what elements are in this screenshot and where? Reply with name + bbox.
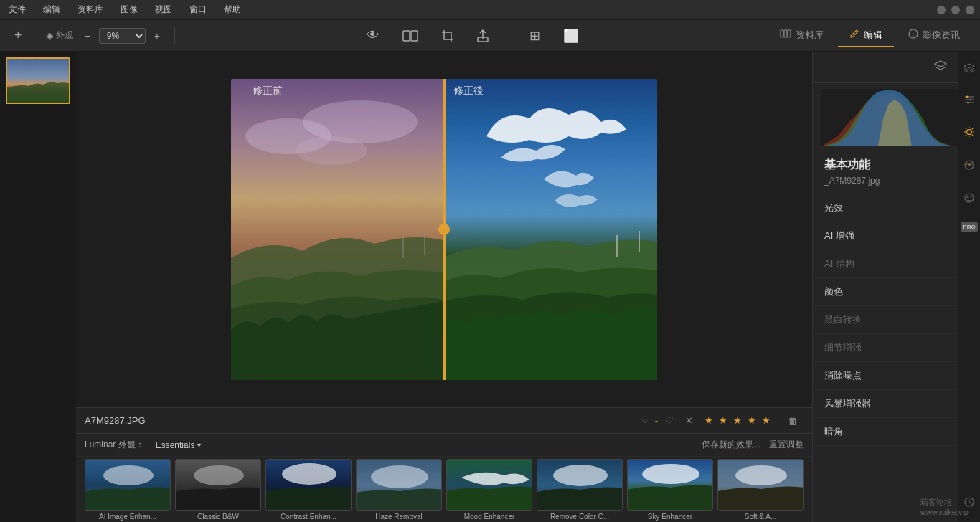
divider-1 — [37, 27, 37, 44]
brightness-icon-btn[interactable] — [961, 123, 978, 143]
panel-item-landscape[interactable]: 风景增强器 › — [813, 390, 980, 418]
preset-remove-color[interactable]: Remove Color C... — [537, 459, 623, 521]
cross-btn[interactable]: ✕ — [685, 415, 693, 426]
preset-label-haze: Haze Removal — [375, 513, 423, 521]
preset-thumb-soft — [717, 459, 804, 511]
tab-info[interactable]: i 影像资讯 — [897, 24, 971, 47]
crop-btn[interactable] — [435, 27, 460, 45]
tab-edit[interactable]: 编辑 — [838, 24, 894, 47]
share-btn[interactable] — [471, 27, 494, 45]
right-panel: 基本功能 _A7M9287.jpg 光效 › AI 增强 › AI 结构 › 颜… — [812, 52, 980, 522]
menu-help[interactable]: 帮助 — [221, 2, 244, 17]
preset-bw[interactable]: Classic B&W — [175, 459, 261, 521]
reset-adjustments-btn[interactable]: 重置调整 — [769, 439, 804, 451]
color-icon-btn[interactable] — [961, 156, 978, 176]
zoom-plus-btn[interactable]: + — [149, 27, 166, 44]
panel-section-title: 基本功能 — [813, 152, 980, 176]
appearance-control[interactable]: ◉ 外观 — [46, 29, 73, 42]
pro-badge[interactable]: PRO — [961, 222, 977, 232]
menu-library[interactable]: 资料库 — [75, 2, 106, 17]
canvas-workspace[interactable]: 修正前 修正後 — [76, 52, 812, 407]
divider-3 — [509, 27, 509, 44]
preset-label-sky: Sky Enhancer — [648, 513, 692, 521]
panel-item-ai-enhance[interactable]: AI 增强 › — [813, 222, 980, 250]
preset-thumb-sky — [627, 459, 713, 511]
preset-haze[interactable]: Haze Removal — [356, 459, 442, 521]
panel-item-bw[interactable]: 黑白转换 › — [813, 306, 980, 334]
panel-item-noise[interactable]: 消除噪点 › — [813, 362, 980, 390]
chevron-down-icon: ▾ — [197, 441, 201, 449]
split-view-btn[interactable] — [397, 27, 424, 44]
layers-icon-btn[interactable] — [961, 60, 978, 78]
zoom-minus-btn[interactable]: − — [79, 27, 96, 44]
separator-dot: - — [655, 415, 658, 426]
preset-label-soft: Soft & A... — [745, 513, 776, 521]
add-button[interactable]: + — [9, 25, 28, 46]
split-handle[interactable] — [438, 224, 450, 235]
face-icon-btn[interactable] — [961, 189, 978, 209]
star-4[interactable]: ★ — [748, 415, 756, 426]
sliders-icon-btn[interactable] — [961, 91, 978, 110]
star-2[interactable]: ★ — [719, 415, 727, 426]
svg-point-19 — [103, 465, 154, 485]
window-maximize[interactable] — [951, 6, 960, 14]
after-image — [443, 79, 657, 380]
thumbnail-item[interactable] — [6, 57, 70, 104]
tab-library[interactable]: 资料库 — [768, 24, 835, 47]
trash-btn[interactable]: 🗑 — [782, 412, 804, 430]
grid-btn[interactable]: ⊞ — [524, 25, 546, 47]
svg-point-30 — [642, 464, 699, 484]
panel-item-detail-label: 细节增强 — [824, 341, 862, 354]
panel-item-landscape-label: 风景增强器 — [824, 397, 871, 410]
menu-edit[interactable]: 编辑 — [40, 2, 63, 17]
svg-rect-5 — [788, 30, 791, 37]
preset-label-remove: Remove Color C... — [550, 513, 609, 521]
svg-point-32 — [735, 465, 787, 485]
preset-sky[interactable]: Sky Enhancer — [627, 459, 713, 521]
svg-line-53 — [972, 128, 973, 129]
window-btn[interactable]: ⬜ — [557, 25, 585, 47]
svg-point-12 — [296, 136, 367, 165]
svg-point-56 — [968, 163, 971, 166]
presets-bar: Luminar 外観： Essentials ▾ 保存新的效果... 重置调整 — [76, 434, 812, 457]
filmstrip-controls: ○ - ♡ ✕ ★ ★ ★ ★ ★ 🗑 — [642, 412, 804, 430]
svg-rect-3 — [781, 30, 783, 37]
star-3[interactable]: ★ — [733, 415, 742, 426]
circle-btn[interactable]: ○ — [642, 415, 648, 426]
preset-thumb-ai — [85, 459, 171, 511]
panel-item-color[interactable]: 颜色 › — [813, 278, 980, 306]
tab-info-label: 影像资讯 — [923, 29, 960, 42]
filename-display: A7M9287.JPG — [85, 415, 146, 426]
heart-btn[interactable]: ♡ — [665, 415, 674, 426]
star-1[interactable]: ★ — [705, 415, 713, 426]
save-preset-btn[interactable]: 保存新的效果... — [702, 439, 760, 451]
zoom-select[interactable]: 9% 25% 50% 100% — [99, 28, 146, 44]
preview-btn[interactable]: 👁 — [361, 25, 385, 46]
svg-point-46 — [967, 130, 972, 135]
svg-rect-0 — [403, 31, 410, 41]
layers-btn[interactable] — [931, 57, 950, 77]
preset-mood[interactable]: Mood Enhancer — [446, 459, 532, 521]
panel-item-detail[interactable]: 细节增强 › — [813, 334, 980, 362]
preset-contrast[interactable]: Contrast Enhan... — [265, 459, 352, 521]
menu-file[interactable]: 文件 — [6, 2, 29, 17]
menu-window[interactable]: 窗口 — [187, 2, 209, 17]
panel-item-ai-struct-label: AI 结构 — [824, 257, 854, 270]
preset-label-mood: Mood Enhancer — [464, 513, 515, 521]
panel-item-ai-structure[interactable]: AI 结构 › — [813, 250, 980, 278]
menu-view[interactable]: 视图 — [152, 2, 175, 17]
svg-text:i: i — [913, 32, 914, 38]
window-close[interactable] — [966, 6, 974, 14]
menu-image[interactable]: 图像 — [118, 2, 141, 17]
preset-soft[interactable]: Soft & A... — [717, 459, 804, 521]
preset-ai-enhance[interactable]: AI Image Enhan... — [85, 459, 171, 521]
star-5[interactable]: ★ — [762, 415, 771, 426]
svg-point-25 — [371, 465, 428, 488]
filmstrip-bar: A7M9287.JPG ○ - ♡ ✕ ★ ★ ★ ★ ★ 🗑 Luminar — [76, 407, 812, 522]
presets-selector[interactable]: Essentials ▾ — [156, 440, 202, 450]
panel-item-vignette[interactable]: 暗角 › — [813, 418, 980, 446]
svg-point-23 — [282, 463, 336, 485]
presets-label: Luminar 外観： — [85, 439, 144, 451]
panel-item-light[interactable]: 光效 › — [813, 194, 980, 222]
window-minimize[interactable] — [937, 6, 946, 14]
